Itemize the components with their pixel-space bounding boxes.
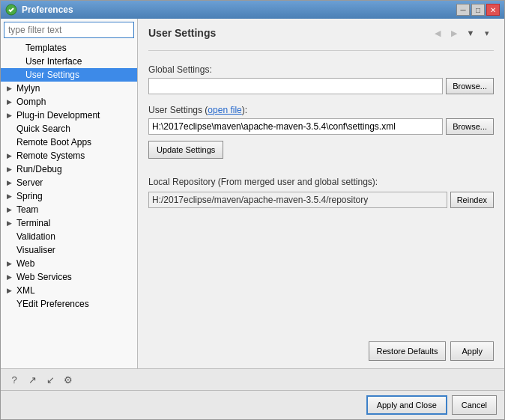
tree-label-mylyn: Mylyn xyxy=(16,83,40,94)
left-panel: Templates User Interface User Settings ▶… xyxy=(1,19,138,368)
right-panel: User Settings ◀ ▶ ▼ ▾ Global Settings: B… xyxy=(138,19,504,368)
tree-label-templates: Templates xyxy=(25,43,67,53)
expand-arrow-xml: ▶ xyxy=(7,287,14,294)
bottom-toolbar: ? ↗ ↙ ⚙ xyxy=(1,368,504,390)
expand-arrow-web-services: ▶ xyxy=(7,273,14,281)
tree-label-terminal: Terminal xyxy=(16,218,50,228)
tree-label-team: Team xyxy=(16,204,38,215)
user-browse-button[interactable]: Browse... xyxy=(446,118,494,135)
right-header: User Settings ◀ ▶ ▼ ▾ xyxy=(148,26,494,40)
tree-label-yedit: YEdit Preferences xyxy=(16,299,89,309)
update-settings-button[interactable]: Update Settings xyxy=(148,141,223,159)
global-settings-row: Browse... xyxy=(148,78,494,94)
tree-item-quick-search[interactable]: Quick Search xyxy=(1,122,137,136)
tree-label-remote-systems: Remote Systems xyxy=(16,150,85,161)
local-repo-label: Local Repository (From merged user and g… xyxy=(148,177,494,187)
tree-label-server: Server xyxy=(16,177,43,188)
tree-label-spring: Spring xyxy=(16,191,43,201)
tree-item-oomph[interactable]: ▶ Oomph xyxy=(1,95,137,109)
expand-arrow-mylyn: ▶ xyxy=(7,85,14,92)
local-repo-input xyxy=(148,192,447,208)
reindex-button[interactable]: Reindex xyxy=(450,192,494,208)
expand-arrow-spring: ▶ xyxy=(7,192,14,200)
help-icon[interactable]: ? xyxy=(7,372,22,387)
tree-item-terminal[interactable]: ▶ Terminal xyxy=(1,216,137,230)
expand-arrow-run-debug: ▶ xyxy=(7,165,14,173)
user-settings-row: Browse... xyxy=(148,118,494,135)
minimize-button[interactable]: ─ xyxy=(456,4,470,16)
global-settings-input[interactable] xyxy=(148,78,443,94)
tree-label-run-debug: Run/Debug xyxy=(16,164,62,174)
expand-arrow-terminal: ▶ xyxy=(7,219,14,227)
apply-button[interactable]: Apply xyxy=(450,341,494,361)
export-icon[interactable]: ↗ xyxy=(25,372,40,387)
global-browse-button[interactable]: Browse... xyxy=(446,78,494,94)
tree-label-plugin-dev: Plug-in Development xyxy=(16,110,100,121)
tree-label-validation: Validation xyxy=(16,231,55,242)
back-button[interactable]: ◀ xyxy=(431,26,444,40)
forward-button[interactable]: ▶ xyxy=(447,26,461,40)
tree-item-remote-systems[interactable]: ▶ Remote Systems xyxy=(1,149,137,162)
tree-item-web-services[interactable]: ▶ Web Services xyxy=(1,270,137,284)
menu-button[interactable]: ▾ xyxy=(480,26,494,40)
tree-item-xml[interactable]: ▶ XML xyxy=(1,284,137,297)
tree-item-remote-boot-apps[interactable]: Remote Boot Apps xyxy=(1,136,137,149)
user-settings-input[interactable] xyxy=(148,118,443,135)
tree-label-user-settings: User Settings xyxy=(25,70,79,80)
content-area: Templates User Interface User Settings ▶… xyxy=(1,19,504,368)
right-panel-title: User Settings xyxy=(148,27,428,39)
bottom-actions: Apply and Close Cancel xyxy=(1,390,504,419)
update-settings-container: Update Settings xyxy=(148,139,494,169)
expand-arrow-remote-systems: ▶ xyxy=(7,152,14,159)
right-actions-row: Restore Defaults Apply xyxy=(148,341,494,361)
window-controls: ─ □ ✕ xyxy=(456,4,500,16)
tree-item-plugin-dev[interactable]: ▶ Plug-in Development xyxy=(1,109,137,122)
tree-item-run-debug[interactable]: ▶ Run/Debug xyxy=(1,162,137,176)
tree-label-web-services: Web Services xyxy=(16,272,72,282)
tree-label-xml: XML xyxy=(16,285,35,296)
preferences-window: Preferences ─ □ ✕ Templates User Interfa… xyxy=(0,0,505,420)
user-settings-label-text: User Settings ( xyxy=(148,105,208,115)
tree-item-server[interactable]: ▶ Server xyxy=(1,176,137,189)
tree-item-web[interactable]: ▶ Web xyxy=(1,257,137,270)
tree-item-team[interactable]: ▶ Team xyxy=(1,203,137,216)
expand-arrow-team: ▶ xyxy=(7,206,14,213)
expand-arrow-web: ▶ xyxy=(7,260,14,267)
tree-label-web: Web xyxy=(16,258,34,269)
tree-item-user-interface[interactable]: User Interface xyxy=(1,55,137,68)
title-bar: Preferences ─ □ ✕ xyxy=(1,1,504,19)
tree-item-visualiser[interactable]: Visualiser xyxy=(1,243,137,257)
import-icon[interactable]: ↙ xyxy=(43,372,58,387)
restore-defaults-button[interactable]: Restore Defaults xyxy=(369,341,447,361)
tree-area: Templates User Interface User Settings ▶… xyxy=(1,41,137,368)
tree-label-oomph: Oomph xyxy=(16,97,46,107)
tree-label-remote-boot-apps: Remote Boot Apps xyxy=(16,137,91,147)
window-icon xyxy=(5,4,17,16)
down-button[interactable]: ▼ xyxy=(464,26,477,40)
user-settings-suffix: ): xyxy=(242,105,247,115)
tree-item-mylyn[interactable]: ▶ Mylyn xyxy=(1,82,137,95)
expand-arrow-server: ▶ xyxy=(7,179,14,186)
header-separator xyxy=(148,50,494,51)
close-button[interactable]: ✕ xyxy=(486,4,500,16)
tree-label-visualiser: Visualiser xyxy=(16,245,55,255)
preferences-icon[interactable]: ⚙ xyxy=(61,372,76,387)
tree-item-spring[interactable]: ▶ Spring xyxy=(1,189,137,203)
apply-close-button[interactable]: Apply and Close xyxy=(366,395,447,415)
open-file-link[interactable]: open file xyxy=(208,105,241,115)
user-settings-label: User Settings (open file): xyxy=(148,105,494,115)
tree-label-quick-search: Quick Search xyxy=(16,124,70,134)
tree-item-user-settings[interactable]: User Settings xyxy=(1,68,137,82)
filter-input[interactable] xyxy=(4,22,134,38)
local-repo-row: Reindex xyxy=(148,192,494,208)
expand-arrow-plugin-dev: ▶ xyxy=(7,112,14,119)
cancel-button[interactable]: Cancel xyxy=(452,395,497,415)
tree-label-user-interface: User Interface xyxy=(25,56,82,67)
window-title: Preferences xyxy=(22,4,452,15)
expand-arrow-oomph: ▶ xyxy=(7,98,14,106)
tree-item-yedit[interactable]: YEdit Preferences xyxy=(1,297,137,311)
tree-item-validation[interactable]: Validation xyxy=(1,230,137,243)
global-settings-label: Global Settings: xyxy=(148,64,494,75)
tree-item-templates[interactable]: Templates xyxy=(1,41,137,55)
maximize-button[interactable]: □ xyxy=(471,4,485,16)
